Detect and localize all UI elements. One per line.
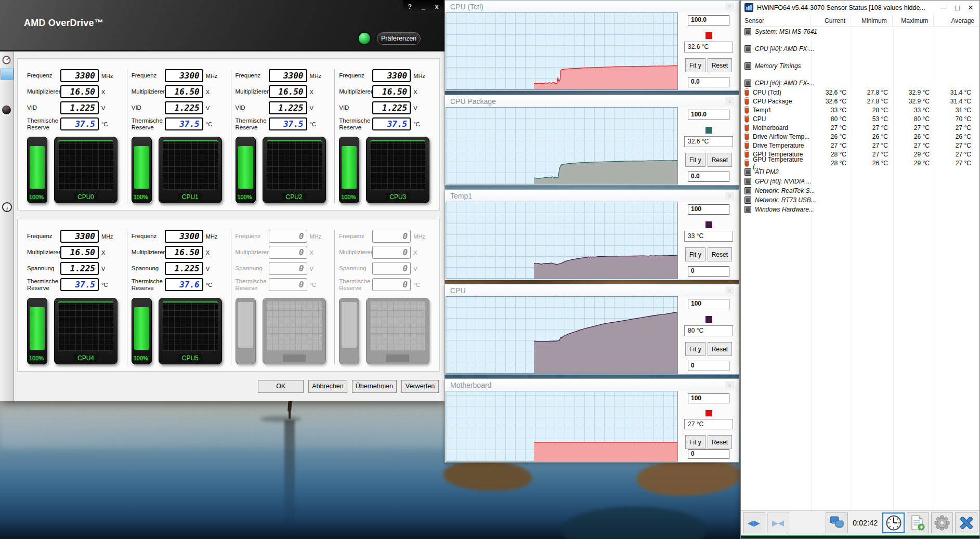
graph-title-bar[interactable]: CPU x (445, 284, 739, 296)
reset-button[interactable]: Reset (708, 247, 732, 261)
sensor-group-row[interactable]: System: MSI MS-7641 (741, 27, 979, 36)
fit-y-button[interactable]: Fit y (685, 58, 705, 72)
sidebar-selected-item[interactable] (1, 69, 14, 80)
sensor-row[interactable]: CPU 80 °C 53 °C 80 °C 70 °C (741, 114, 979, 123)
hwinfo-app-icon (744, 3, 753, 12)
graph-title-bar[interactable]: CPU Package x (445, 95, 739, 107)
sensor-row[interactable]: Drive Temperature 27 °C 27 °C 27 °C 27 °… (741, 141, 979, 150)
clock-button[interactable] (882, 512, 905, 533)
field-label: Thermische Reserve (339, 278, 372, 291)
sensor-current: 32.6 °C (811, 89, 852, 96)
sensor-group-row[interactable]: CPU [#0]: AMD FX-... (741, 44, 979, 54)
sensor-group-row[interactable]: Windows Hardware... (741, 205, 979, 214)
field-label: Thermische Reserve (132, 278, 165, 291)
column-sensor[interactable]: Sensor (741, 15, 811, 27)
sensor-maximum: 27 °C (893, 142, 935, 149)
y-min-input[interactable]: 0.0 (688, 77, 729, 87)
amd-title-bar[interactable]: AMD OverDrive™ ? _ x Präferenzen (0, 0, 445, 51)
fit-y-button[interactable]: Fit y (685, 342, 705, 356)
desktop: { "amd": { "title": "AMD OverDrive™", "w… (0, 0, 980, 539)
lcd-value-display: 3300 (269, 69, 307, 82)
y-min-input[interactable]: 0.0 (688, 172, 729, 182)
sensor-group-row[interactable]: Network: RT73 USB... (741, 195, 979, 205)
cpu-column: Frequenz 3300 MHz Multiplizierer 16.50 X… (23, 230, 127, 364)
y-min-input[interactable]: 0 (688, 266, 729, 277)
close-icon[interactable]: x (725, 192, 734, 200)
discard-button[interactable]: Verwerfen (401, 380, 439, 393)
lcd-value-display: 0 (372, 262, 411, 275)
help-icon[interactable]: ? (407, 3, 413, 10)
sensor-row[interactable]: GPU Temperature (... 28 °C 26 °C 29 °C 2… (741, 159, 979, 167)
reset-button[interactable]: Reset (708, 435, 732, 449)
column-current[interactable]: Current (811, 15, 851, 27)
app-title: AMD OverDrive™ (24, 18, 103, 29)
fit-y-button[interactable]: Fit y (685, 153, 705, 167)
hwinfo-title-bar[interactable]: HWiNFO64 v5.44-3070 Sensor Status [108 v… (741, 1, 979, 15)
close-icon[interactable]: x (725, 3, 734, 10)
chip-icon (744, 178, 751, 185)
desktop-gap (445, 375, 739, 378)
sensor-row[interactable]: Temp1 33 °C 28 °C 33 °C 31 °C (741, 106, 979, 114)
sensor-current: 28 °C (811, 151, 852, 158)
y-max-input[interactable]: 100.0 (688, 110, 729, 120)
reset-button[interactable]: Reset (708, 342, 732, 356)
field-row: Thermische Reserve 37.6 °C (132, 278, 228, 291)
remote-monitoring-button[interactable] (826, 512, 848, 533)
sensor-row[interactable]: CPU Package 32.6 °C 27.8 °C 32.9 °C 31.4… (741, 97, 979, 106)
graph-title-bar[interactable]: CPU (Tctl) x (445, 1, 739, 12)
close-icon[interactable]: x (725, 286, 734, 294)
sensor-group-row[interactable]: Memory Timings (741, 61, 979, 71)
knob-icon[interactable] (2, 106, 11, 114)
close-icon[interactable]: x (725, 381, 734, 389)
ok-button[interactable]: OK (258, 380, 304, 393)
y-max-input[interactable]: 100 (688, 393, 729, 403)
close-icon[interactable]: x (434, 3, 440, 10)
meter-fill (342, 302, 357, 348)
fit-y-button[interactable]: Fit y (685, 247, 705, 261)
expand-columns-button[interactable]: ◀▶ (743, 512, 765, 533)
y-max-input[interactable]: 100 (688, 299, 729, 309)
column-average[interactable]: Average (934, 15, 979, 27)
graph-title-bar[interactable]: Temp1 x (445, 190, 739, 202)
sensor-row[interactable]: Motherboard 27 °C 27 °C 27 °C 27 °C (741, 123, 979, 132)
minimize-icon[interactable]: — (940, 4, 947, 11)
sensor-group-row[interactable]: GPU [#0]: NVIDIA ... (741, 177, 979, 186)
sensor-group-row[interactable]: Network: RealTek S... (741, 186, 979, 195)
y-min-input[interactable]: 0 (688, 361, 729, 371)
column-minimum[interactable]: Minimum (851, 15, 893, 27)
sensor-group-row[interactable]: ATI PM2 (741, 167, 979, 177)
sensor-row[interactable]: CPU (Tctl) 32.6 °C 27.8 °C 32.9 °C 31.4 … (741, 88, 979, 97)
field-unit: X (310, 89, 313, 95)
settings-button[interactable] (931, 512, 953, 533)
close-icon[interactable]: x (725, 97, 734, 105)
fit-y-button[interactable]: Fit y (685, 435, 705, 449)
lcd-value-display: 1.225 (165, 101, 203, 114)
graph-title-bar[interactable]: Motherboard x (445, 379, 739, 391)
info-icon[interactable] (2, 202, 12, 212)
apply-button[interactable]: Übernehmen (352, 380, 397, 393)
close-icon[interactable]: × (968, 3, 973, 13)
column-maximum[interactable]: Maximum (893, 15, 934, 27)
minimize-icon[interactable]: _ (420, 3, 427, 10)
field-label: VID (27, 104, 60, 111)
close-sensors-button[interactable] (955, 512, 977, 533)
graph-title: CPU Package (450, 97, 496, 106)
preferences-button[interactable]: Präferenzen (377, 32, 421, 45)
report-button[interactable] (907, 512, 929, 533)
field-label: Frequenz (27, 72, 60, 79)
meter-group: 100% CPU1 (132, 137, 228, 203)
collapse-columns-button[interactable]: ▶◀ (767, 512, 790, 533)
sensor-row[interactable]: Drive Airflow Temp... 26 °C 26 °C 26 °C … (741, 132, 979, 141)
sensor-group-row[interactable]: CPU [#0]: AMD FX-... (741, 78, 979, 88)
maximize-icon[interactable]: □ (955, 3, 960, 12)
gauge-icon[interactable] (2, 56, 11, 67)
cancel-button[interactable]: Abbrechen (308, 380, 347, 393)
y-min-input[interactable]: 0 (688, 449, 729, 459)
chip-icon (744, 196, 751, 204)
reset-button[interactable]: Reset (708, 58, 732, 72)
y-max-input[interactable]: 100.0 (688, 15, 729, 25)
close-x-icon (959, 515, 974, 531)
graph-title: CPU (Tctl) (450, 3, 484, 11)
reset-button[interactable]: Reset (708, 153, 732, 167)
y-max-input[interactable]: 100 (688, 204, 729, 215)
